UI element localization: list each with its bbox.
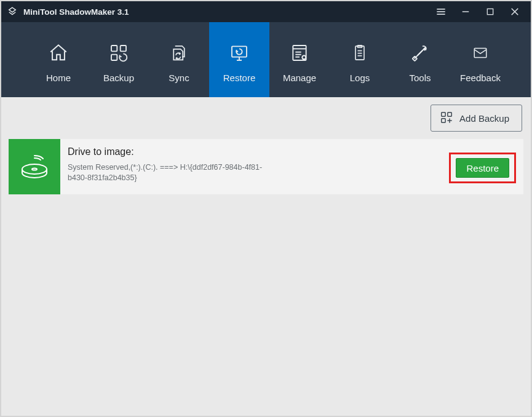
nav-label: Backup <box>103 73 134 83</box>
grid-plus-icon <box>440 111 453 126</box>
svg-rect-27 <box>448 112 451 116</box>
entry-body: Drive to image: System Reserved,(*:).(C:… <box>60 139 523 194</box>
backup-entry: Drive to image: System Reserved,(*:).(C:… <box>9 139 523 194</box>
nav-sync[interactable]: Sync <box>149 22 209 97</box>
nav-label: Feedback <box>460 73 501 83</box>
restore-highlight: Restore <box>449 153 516 183</box>
nav-feedback[interactable]: Feedback <box>450 22 510 97</box>
nav-restore[interactable]: Restore <box>209 22 269 97</box>
nav-label: Restore <box>223 73 256 83</box>
nav-backup[interactable]: Backup <box>89 22 149 97</box>
maximize-icon[interactable] <box>478 1 502 22</box>
svg-rect-4 <box>487 9 493 14</box>
sync-icon <box>170 42 188 64</box>
logs-icon <box>351 42 368 64</box>
entry-title: Drive to image: <box>68 146 449 157</box>
app-window: MiniTool ShadowMaker 3.1 Home Backup <box>1 1 531 416</box>
add-backup-button[interactable]: Add Backup <box>431 105 522 132</box>
app-logo-icon <box>6 6 18 18</box>
svg-rect-26 <box>442 112 445 116</box>
entry-text: Drive to image: System Reserved,(*:).(C:… <box>68 146 449 189</box>
svg-rect-13 <box>293 46 306 60</box>
svg-point-31 <box>22 164 47 174</box>
backup-icon <box>109 42 129 64</box>
nav-home[interactable]: Home <box>28 22 89 97</box>
svg-rect-25 <box>474 48 486 57</box>
toolbar: Add Backup <box>9 97 523 139</box>
svg-rect-9 <box>111 54 117 60</box>
svg-rect-28 <box>442 118 445 122</box>
titlebar: MiniTool ShadowMaker 3.1 <box>1 1 531 22</box>
add-backup-label: Add Backup <box>459 113 509 124</box>
main-nav: Home Backup Sync Restore Manage <box>1 22 531 97</box>
home-icon <box>48 42 69 64</box>
drive-icon <box>9 139 60 194</box>
minimize-icon[interactable] <box>453 1 478 22</box>
tools-icon <box>410 42 430 64</box>
svg-rect-10 <box>232 46 247 57</box>
manage-icon <box>290 42 309 64</box>
app-title: MiniTool ShadowMaker 3.1 <box>23 7 429 17</box>
nav-label: Tools <box>409 73 431 83</box>
main-area: Add Backup Drive to image: System Reserv… <box>1 97 531 416</box>
restore-button[interactable]: Restore <box>456 158 509 178</box>
close-icon[interactable] <box>502 1 527 22</box>
svg-point-32 <box>32 168 37 170</box>
nav-tools[interactable]: Tools <box>390 22 450 97</box>
entry-actions: Restore <box>449 146 516 189</box>
nav-logs[interactable]: Logs <box>330 22 390 97</box>
nav-label: Home <box>46 73 71 83</box>
nav-label: Sync <box>169 73 189 83</box>
restore-icon <box>228 42 250 64</box>
nav-label: Logs <box>350 73 370 83</box>
nav-label: Manage <box>283 73 316 83</box>
svg-rect-8 <box>121 46 126 51</box>
nav-manage[interactable]: Manage <box>269 22 330 97</box>
svg-rect-7 <box>111 46 117 51</box>
menu-icon[interactable] <box>429 1 453 22</box>
feedback-icon <box>470 42 491 64</box>
entry-detail: System Reserved,(*:).(C:). ===> H:\{ddf2… <box>68 162 271 183</box>
